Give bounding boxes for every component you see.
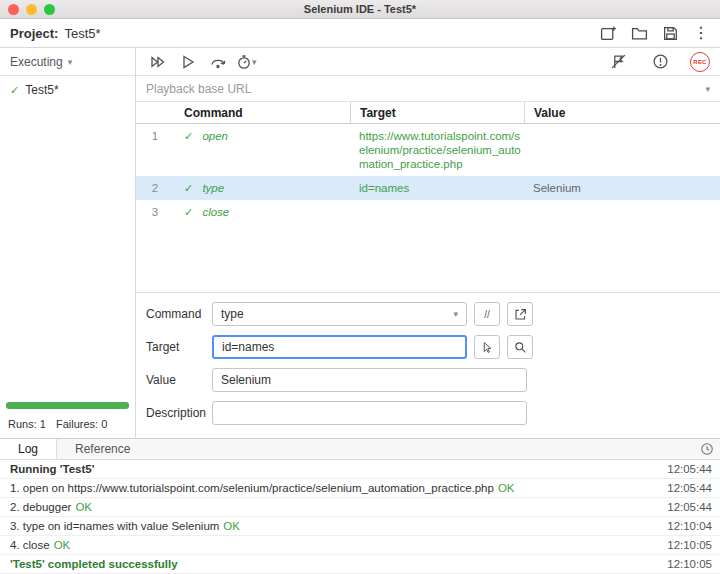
disable-breakpoints-icon [610, 53, 627, 70]
url-dropdown-icon[interactable]: ▾ [705, 84, 720, 94]
chevron-down-icon: ▾ [453, 309, 458, 319]
log-entry: 'Test5' completed successfully 12:10:05 [0, 555, 720, 574]
command-row-2[interactable]: 2 ✓ type id=names Selenium [136, 176, 720, 200]
command-cell: ✓ type [174, 181, 350, 195]
select-target-button[interactable] [474, 335, 500, 359]
check-icon: ✓ [184, 130, 193, 142]
close-window-button[interactable] [8, 4, 19, 15]
pause-on-exceptions-button[interactable] [648, 51, 672, 73]
toggle-comment-button[interactable]: // [474, 302, 500, 326]
rec-label: REC [693, 59, 706, 65]
log-entry: 4. close OK 12:10:05 [0, 536, 720, 555]
row-number: 1 [136, 129, 174, 143]
disable-breakpoints-button[interactable] [606, 51, 630, 73]
project-label: Project: [10, 26, 58, 41]
log-entry: 1. open on https://www.tutorialspoint.co… [0, 479, 720, 498]
more-menu-button[interactable]: ⋮ [692, 24, 710, 42]
toolbar-right-tools: REC [606, 51, 710, 73]
log-panel: Log Reference Running 'Test5' 12:05:44 1… [0, 438, 720, 574]
header-value: Value [524, 102, 720, 123]
run-summary: Runs: 1 Failures: 0 [0, 402, 135, 438]
project-name: Test5* [64, 26, 100, 41]
search-icon [514, 341, 527, 354]
selenium-ide-window: Selenium IDE - Test5* Project: Test5* [0, 0, 720, 574]
value-field-label: Value [146, 373, 212, 387]
project-actions: ⋮ [599, 24, 710, 42]
open-in-new-window-button[interactable] [507, 302, 533, 326]
command-edit-form: Command type ▾ // Target [136, 292, 720, 438]
tests-sidebar: Executing ▾ ✓ Test5* Runs: 1 Failures: 0 [0, 48, 136, 438]
record-button[interactable]: REC [690, 52, 710, 72]
chevron-down-icon: ▾ [252, 57, 257, 67]
description-input[interactable] [212, 401, 527, 425]
cursor-icon [481, 341, 494, 354]
check-icon: ✓ [184, 206, 193, 218]
log-tab-bar: Log Reference [0, 439, 720, 460]
command-row-1[interactable]: 1 ✓ open https://www.tutorialspoint.com/… [136, 124, 720, 176]
run-all-tests-button[interactable] [146, 51, 170, 73]
open-folder-icon [631, 25, 648, 42]
chevron-down-icon: ▾ [68, 57, 73, 67]
clear-log-button[interactable] [694, 439, 720, 459]
row-number: 3 [136, 205, 174, 219]
test-speed-button[interactable]: ▾ [236, 54, 257, 70]
check-icon: ✓ [184, 182, 193, 194]
test-name: Test5* [25, 83, 58, 97]
test-list-item[interactable]: ✓ Test5* [0, 76, 135, 104]
open-in-new-icon [514, 308, 527, 321]
playback-base-url-input[interactable] [136, 76, 705, 101]
table-header: Command Target Value [136, 102, 720, 124]
new-project-button[interactable] [599, 24, 617, 42]
open-project-button[interactable] [630, 24, 648, 42]
description-field-label: Description [146, 406, 212, 420]
runs-failures: Runs: 1 Failures: 0 [4, 418, 131, 430]
zoom-window-button[interactable] [44, 4, 55, 15]
step-over-button[interactable] [206, 51, 230, 73]
titlebar: Selenium IDE - Test5* [0, 0, 720, 19]
target-cell: https://www.tutorialspoint.com/selenium/… [350, 129, 524, 171]
value-cell: Selenium [524, 181, 720, 195]
runs-count: Runs: 1 [8, 418, 46, 430]
value-input[interactable] [212, 368, 527, 392]
tab-log[interactable]: Log [0, 439, 57, 459]
tests-view-label: Executing [10, 55, 63, 69]
save-icon [662, 25, 679, 42]
progress-bar [6, 402, 129, 409]
main-area: Executing ▾ ✓ Test5* Runs: 1 Failures: 0 [0, 48, 720, 438]
command-field-label: Command [146, 307, 212, 321]
execution-toolbar: ▾ REC [136, 48, 720, 76]
log-entries: Running 'Test5' 12:05:44 1. open on http… [0, 460, 720, 574]
minimize-window-button[interactable] [26, 4, 37, 15]
save-project-button[interactable] [661, 24, 679, 42]
log-entry: Running 'Test5' 12:05:44 [0, 460, 720, 479]
run-all-icon [150, 54, 166, 70]
log-entry: 2. debugger OK 12:05:44 [0, 498, 720, 517]
tests-view-dropdown[interactable]: Executing ▾ [0, 48, 135, 76]
step-over-icon [210, 54, 226, 70]
command-select[interactable]: type ▾ [212, 302, 467, 326]
new-project-icon [600, 25, 617, 42]
check-icon: ✓ [10, 84, 19, 97]
stopwatch-icon [236, 54, 252, 70]
failures-count: Failures: 0 [56, 418, 107, 430]
play-icon [180, 54, 196, 70]
project-bar: Project: Test5* ⋮ [0, 19, 720, 48]
playback-url-row: ▾ [136, 76, 720, 102]
command-select-value: type [221, 307, 244, 321]
run-current-test-button[interactable] [176, 51, 200, 73]
commands-table: Command Target Value 1 ✓ open https://ww… [136, 102, 720, 292]
command-cell: ✓ close [174, 205, 350, 219]
target-input[interactable] [212, 335, 467, 359]
header-command: Command [174, 106, 350, 120]
target-cell: id=names [350, 181, 524, 195]
target-field-label: Target [146, 340, 212, 354]
pause-on-exceptions-icon [652, 53, 669, 70]
traffic-lights [8, 4, 55, 15]
tab-reference[interactable]: Reference [57, 439, 148, 459]
find-target-button[interactable] [507, 335, 533, 359]
log-entry: 3. type on id=names with value Selenium … [0, 517, 720, 536]
command-row-3[interactable]: 3 ✓ close [136, 200, 720, 224]
test-editor: ▾ REC [136, 48, 720, 438]
window-title: Selenium IDE - Test5* [0, 3, 720, 15]
command-cell: ✓ open [174, 129, 350, 143]
